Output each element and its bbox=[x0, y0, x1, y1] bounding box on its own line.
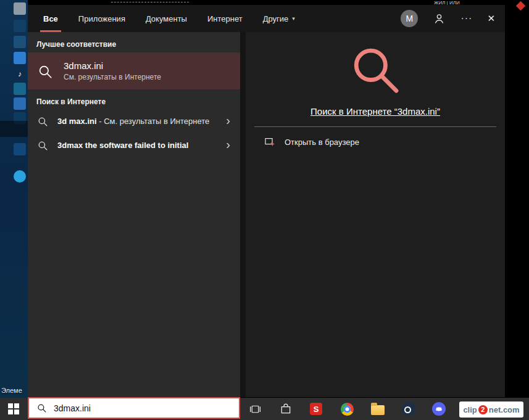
best-match-subtitle: См. результаты в Интернете bbox=[64, 73, 161, 81]
task-view-button[interactable] bbox=[243, 398, 267, 420]
tab-apps[interactable]: Приложения bbox=[78, 5, 125, 32]
browser-window-icon bbox=[264, 136, 276, 148]
best-match-title: 3dmax.ini bbox=[64, 60, 161, 71]
start-button[interactable] bbox=[1, 398, 26, 420]
search-suggestion[interactable]: 3d max.ini - См. результаты в Интернете … bbox=[28, 110, 240, 134]
chevron-right-icon[interactable]: › bbox=[226, 138, 230, 152]
web-search-header: Поиск в Интернете bbox=[28, 89, 240, 110]
watermark-badge: 2 bbox=[478, 405, 488, 414]
desktop-icon[interactable] bbox=[14, 52, 26, 64]
desktop-icon-round[interactable] bbox=[14, 170, 26, 183]
search-icon-large bbox=[349, 43, 402, 96]
desktop-wallpaper-strip: ♪ bbox=[0, 0, 28, 398]
steam-button[interactable] bbox=[396, 398, 421, 420]
background-window-fragment bbox=[111, 2, 189, 2]
desktop-icon-recycle-bin[interactable] bbox=[14, 2, 26, 15]
desktop-icon[interactable] bbox=[14, 36, 26, 48]
folder-icon bbox=[371, 405, 385, 415]
background-window-fragment bbox=[516, 1, 526, 11]
search-suggestion[interactable]: 3dmax the software failed to initial › bbox=[28, 134, 240, 158]
discord-icon bbox=[432, 402, 446, 416]
windows-logo-icon bbox=[8, 403, 19, 414]
tab-web[interactable]: Интернет bbox=[207, 5, 243, 32]
desktop-icon[interactable] bbox=[14, 143, 26, 155]
topbar-actions: M ··· ✕ bbox=[401, 10, 505, 27]
account-icon[interactable] bbox=[433, 12, 446, 25]
suggestion-text: 3dmax the software failed to initial bbox=[57, 139, 213, 152]
desktop-icon-music[interactable]: ♪ bbox=[14, 68, 26, 80]
browser-icon bbox=[341, 403, 354, 416]
desktop-icon[interactable] bbox=[14, 20, 26, 32]
search-icon bbox=[37, 140, 48, 152]
best-match-result[interactable]: 3dmax.ini См. результаты в Интернете bbox=[28, 52, 240, 89]
web-search-link[interactable]: Поиск в Интернете “3dmax.ini” bbox=[310, 106, 440, 117]
user-avatar[interactable]: M bbox=[401, 10, 418, 27]
browser-button[interactable] bbox=[335, 398, 359, 420]
steam-icon bbox=[402, 402, 415, 416]
search-icon bbox=[36, 403, 47, 413]
discord-button[interactable] bbox=[427, 398, 451, 420]
desktop-icon-monitor[interactable] bbox=[14, 83, 26, 95]
desktop-icon[interactable] bbox=[14, 97, 26, 110]
clip2net-watermark: clip 2 net.com bbox=[459, 401, 523, 418]
search-preview-panel: Поиск в Интернете “3dmax.ini” Открыть в … bbox=[246, 32, 505, 397]
chevron-right-icon[interactable]: › bbox=[226, 114, 230, 128]
close-icon[interactable]: ✕ bbox=[487, 13, 495, 24]
desktop-icon-label: Элеме bbox=[1, 387, 22, 394]
search-filter-tabs: Все Приложения Документы Интернет Другие… bbox=[28, 5, 295, 32]
taskbar-search-box[interactable] bbox=[28, 397, 240, 419]
panel-divider bbox=[240, 32, 246, 397]
s-app-icon: S bbox=[310, 403, 322, 415]
app-button-s[interactable]: S bbox=[304, 398, 328, 420]
suggestion-text: 3d max.ini - См. результаты в Интернете bbox=[57, 115, 213, 128]
search-results-panel: Лучшее соответствие 3dmax.ini См. резуль… bbox=[28, 32, 240, 397]
best-match-header: Лучшее соответствие bbox=[28, 32, 240, 52]
best-match-text: 3dmax.ini См. результаты в Интернете bbox=[64, 60, 161, 81]
search-window-topbar: Все Приложения Документы Интернет Другие… bbox=[28, 5, 505, 32]
store-bag-icon bbox=[280, 403, 292, 415]
search-icon bbox=[37, 116, 48, 128]
more-options-icon[interactable]: ··· bbox=[460, 13, 472, 24]
tab-all[interactable]: Все bbox=[43, 5, 58, 32]
chevron-down-icon: ▾ bbox=[292, 15, 295, 22]
store-button[interactable] bbox=[273, 398, 298, 420]
tab-more[interactable]: Другие ▾ bbox=[263, 5, 295, 32]
search-input[interactable] bbox=[54, 403, 208, 413]
desktop-shadow-band bbox=[0, 121, 28, 137]
search-icon bbox=[37, 64, 53, 80]
open-in-browser-label: Открыть в браузере bbox=[285, 138, 359, 147]
file-explorer-button[interactable] bbox=[365, 398, 390, 420]
tab-documents[interactable]: Документы bbox=[146, 5, 187, 32]
task-view-icon bbox=[249, 403, 262, 416]
open-in-browser-action[interactable]: Открыть в браузере bbox=[246, 127, 505, 148]
